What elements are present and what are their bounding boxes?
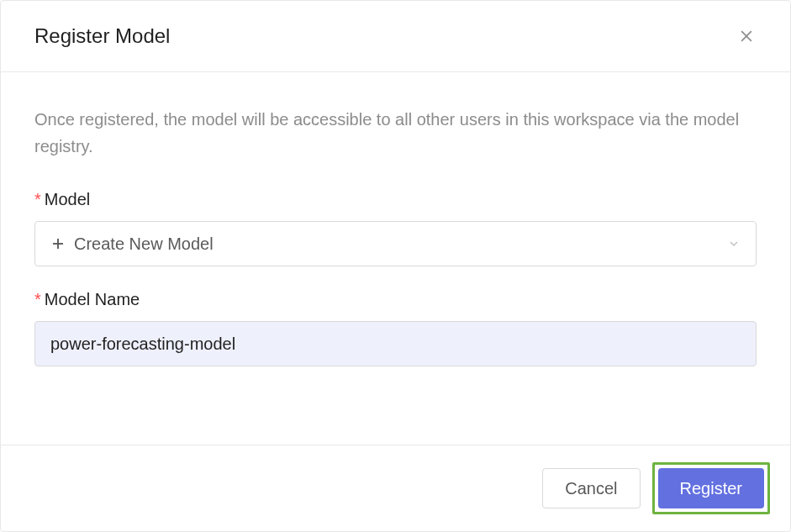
model-label-text: Model [45,190,90,208]
model-name-field-group: *Model Name [34,290,757,366]
dialog-footer: Cancel Register [1,445,790,531]
cancel-button[interactable]: Cancel [542,468,640,508]
model-select[interactable]: Create New Model [34,221,757,266]
model-field-group: *Model Create New Model [34,190,757,266]
dialog-description: Once registered, the model will be acces… [34,106,757,160]
select-text: Create New Model [74,234,214,254]
chevron-down-icon [727,237,741,250]
model-label: *Model [34,190,757,209]
model-name-input[interactable] [34,321,757,366]
dialog-title: Register Model [34,24,170,48]
register-model-dialog: Register Model Once registered, the mode… [0,0,791,532]
required-mark: * [34,290,41,308]
register-button[interactable]: Register [658,468,764,508]
plus-icon [50,236,66,251]
dialog-header: Register Model [1,1,790,72]
register-highlight: Register [652,462,770,514]
dialog-body: Once registered, the model will be acces… [1,72,790,445]
model-name-label: *Model Name [34,290,757,309]
model-name-label-text: Model Name [45,290,140,308]
close-icon[interactable] [736,26,757,46]
required-mark: * [34,190,41,208]
select-content: Create New Model [50,234,214,254]
